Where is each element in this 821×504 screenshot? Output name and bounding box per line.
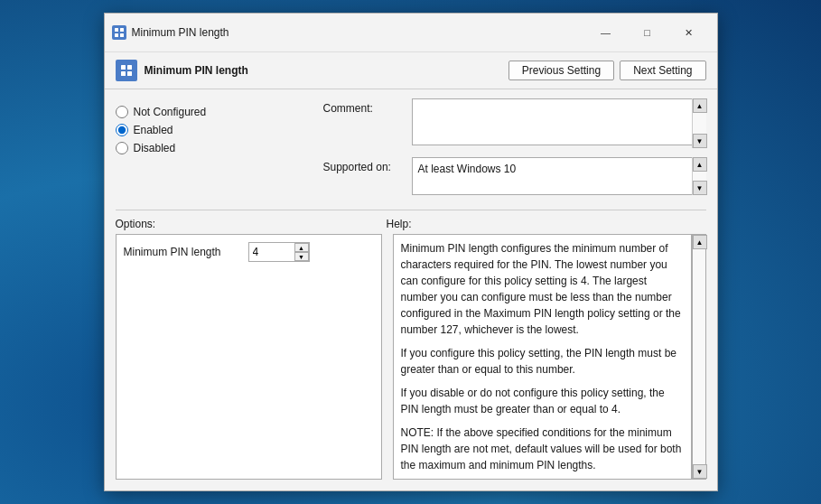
main-body: Not Configured Enabled Disabled Com — [105, 89, 717, 210]
help-scroll-up[interactable]: ▲ — [693, 235, 707, 249]
scroll-down-btn[interactable]: ▼ — [693, 134, 707, 148]
window-icon — [112, 25, 126, 40]
supported-scroll-track — [693, 172, 706, 181]
comment-textarea[interactable] — [412, 98, 706, 145]
supported-scroll-up[interactable]: ▲ — [693, 157, 707, 172]
left-panel: Not Configured Enabled Disabled — [116, 98, 323, 201]
main-window: Minimum PIN length — □ ✕ Minimum PIN len… — [104, 13, 718, 491]
divider — [116, 210, 706, 210]
not-configured-radio[interactable] — [116, 106, 128, 118]
spinner-down-button[interactable]: ▼ — [294, 252, 309, 261]
supported-text: At least Windows 10 — [415, 161, 519, 177]
supported-scroll-down[interactable]: ▼ — [693, 181, 707, 195]
supported-scrollbar: ▲ ▼ — [692, 157, 706, 195]
spinner-buttons: ▲ ▼ — [294, 243, 309, 261]
supported-row: Supported on: At least Windows 10 ▲ ▼ — [323, 157, 706, 195]
disabled-option[interactable]: Disabled — [116, 142, 323, 154]
disabled-radio[interactable] — [116, 142, 128, 154]
enabled-option[interactable]: Enabled — [116, 124, 323, 136]
svg-rect-2 — [115, 33, 118, 37]
minimize-button[interactable]: — — [585, 19, 627, 46]
previous-setting-button[interactable]: Previous Setting — [508, 61, 614, 80]
not-configured-label: Not Configured — [134, 106, 207, 118]
comment-label: Comment: — [323, 98, 405, 115]
supported-label: Supported on: — [323, 157, 405, 173]
radio-group: Not Configured Enabled Disabled — [116, 98, 323, 154]
spinner-up-button[interactable]: ▲ — [294, 243, 309, 252]
help-paragraph: NOTE: If the above specified conditions … — [401, 425, 684, 473]
pin-value-input[interactable]: 4 — [249, 243, 294, 261]
options-section-label: Options: — [116, 218, 387, 230]
titlebar-controls: — □ ✕ — [585, 19, 710, 46]
options-panel: Minimum PIN length 4 ▲ ▼ — [116, 234, 382, 480]
svg-rect-5 — [127, 65, 132, 70]
help-section-label: Help: — [387, 218, 706, 230]
svg-rect-0 — [115, 28, 118, 32]
svg-rect-7 — [127, 71, 132, 76]
titlebar: Minimum PIN length — □ ✕ — [105, 14, 717, 52]
maximize-button[interactable]: □ — [627, 19, 668, 46]
svg-rect-1 — [120, 28, 124, 32]
help-scrollbar: ▲ ▼ — [692, 234, 706, 480]
svg-rect-3 — [120, 33, 124, 37]
help-paragraph: If you disable or do not configure this … — [401, 385, 684, 417]
svg-rect-6 — [121, 71, 126, 76]
comment-row: Comment: ▲ ▼ — [323, 98, 706, 148]
policy-icon — [116, 60, 137, 81]
comment-wrap: ▲ ▼ — [412, 98, 706, 148]
scroll-up-btn[interactable]: ▲ — [693, 98, 707, 113]
help-panel: Minimum PIN length configures the minimu… — [393, 234, 692, 480]
right-panel: Comment: ▲ ▼ Supported on: — [323, 98, 706, 201]
help-outer: Minimum PIN length configures the minimu… — [393, 234, 706, 480]
supported-wrap: At least Windows 10 ▲ ▼ — [412, 157, 706, 195]
comment-scrollbar: ▲ ▼ — [692, 98, 706, 148]
nav-buttons: Previous Setting Next Setting — [508, 61, 706, 80]
policy-name: Minimum PIN length — [145, 64, 508, 77]
policy-header: Minimum PIN length Previous Setting Next… — [105, 52, 717, 89]
close-button[interactable]: ✕ — [668, 19, 710, 46]
help-paragraph: Minimum PIN length configures the minimu… — [401, 240, 684, 338]
window-title: Minimum PIN length — [132, 26, 585, 39]
svg-rect-4 — [121, 65, 126, 70]
options-help-content: Minimum PIN length 4 ▲ ▼ Minimum PIN len… — [105, 234, 717, 490]
help-scroll-down[interactable]: ▼ — [693, 464, 707, 479]
dialog-content: Minimum PIN length Previous Setting Next… — [105, 52, 717, 490]
next-setting-button[interactable]: Next Setting — [620, 61, 705, 80]
enabled-label: Enabled — [134, 124, 173, 136]
help-paragraph: If you configure this policy setting, th… — [401, 345, 684, 378]
scroll-track — [693, 113, 706, 134]
section-headers: Options: Help: — [105, 218, 717, 234]
disabled-label: Disabled — [134, 142, 176, 154]
min-pin-row: Minimum PIN length 4 ▲ ▼ — [124, 242, 374, 262]
help-scroll-track — [693, 249, 705, 464]
not-configured-option[interactable]: Not Configured — [116, 106, 323, 118]
pin-spinner: 4 ▲ ▼ — [248, 242, 310, 262]
enabled-radio[interactable] — [116, 124, 128, 136]
supported-box: At least Windows 10 — [412, 157, 706, 195]
min-pin-label: Minimum PIN length — [124, 246, 241, 258]
